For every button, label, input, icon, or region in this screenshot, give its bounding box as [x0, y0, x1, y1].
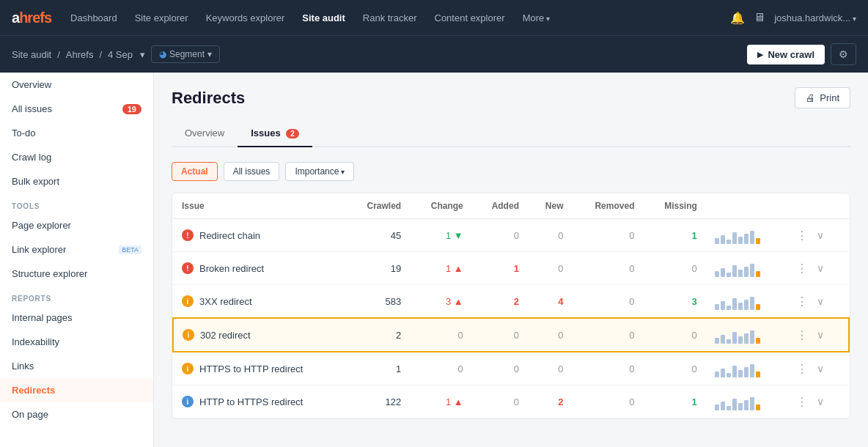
mini-bar	[756, 304, 760, 310]
top-nav: ahrefs Dashboard Site explorer Keywords …	[0, 0, 868, 35]
col-issue: Issue	[173, 193, 345, 219]
mini-bar	[715, 404, 719, 410]
logo[interactable]: ahrefs	[12, 10, 51, 26]
breadcrumb-site-audit[interactable]: Site audit	[12, 49, 51, 60]
mini-bar	[744, 300, 749, 310]
mini-chart-cell	[706, 219, 784, 252]
issue-cell: ! Broken redirect	[173, 252, 345, 285]
filter-importance[interactable]: Importance	[285, 162, 354, 181]
nav-keywords-explorer[interactable]: Keywords explorer	[199, 8, 293, 28]
breadcrumb-ahrefs[interactable]: Ahrefs	[66, 49, 94, 60]
change-value: 1 ▼	[410, 219, 472, 252]
sidebar-item-on-page[interactable]: On page	[0, 402, 153, 426]
new-value: 0	[528, 352, 573, 385]
sidebar-item-crawl-log[interactable]: Crawl log	[0, 145, 153, 169]
removed-value: 0	[572, 385, 643, 418]
issue-cell: i HTTPS to HTTP redirect	[173, 352, 345, 385]
new-value: 0	[528, 219, 573, 252]
row-expand-button[interactable]: ∨	[814, 328, 827, 342]
date-arrow[interactable]: ▾	[140, 49, 145, 60]
row-expand-button[interactable]: ∨	[814, 294, 827, 309]
filter-actual[interactable]: Actual	[172, 162, 218, 181]
change-value: 1 ▲	[410, 252, 472, 285]
mini-bar	[756, 404, 760, 410]
table-row: i HTTPS to HTTP redirect 1 0 0 0 0 0 ⋮ ∨	[173, 352, 849, 385]
row-more-button[interactable]: ⋮	[793, 361, 811, 377]
sidebar-item-redirects[interactable]: Redirects	[0, 378, 153, 402]
issue-cell: ! Redirect chain	[173, 219, 345, 252]
sidebar-item-link-explorer[interactable]: Link explorer BETA	[0, 237, 153, 262]
mini-bar	[721, 301, 725, 310]
new-crawl-button[interactable]: New crawl	[747, 45, 825, 64]
nav-more[interactable]: More	[515, 8, 557, 28]
row-expand-button[interactable]: ∨	[814, 261, 827, 276]
mini-chart-cell	[706, 385, 784, 418]
sidebar-item-overview[interactable]: Overview	[0, 73, 153, 97]
sidebar-item-bulk-export[interactable]: Bulk export	[0, 169, 153, 193]
sidebar-item-links[interactable]: Links	[0, 354, 153, 378]
sidebar-item-internal-pages[interactable]: Internal pages	[0, 306, 153, 330]
mini-bar	[715, 304, 719, 310]
nav-dashboard[interactable]: Dashboard	[63, 8, 125, 28]
warning-icon: i	[182, 295, 194, 307]
issues-tab-badge: 2	[286, 129, 299, 138]
sidebar: Overview All issues 19 To-do Crawl log B…	[0, 73, 154, 447]
monitor-icon[interactable]: 🖥	[754, 11, 765, 24]
col-crawled: Crawled	[345, 193, 410, 219]
settings-button[interactable]: ⚙	[831, 43, 856, 65]
error-icon: !	[182, 262, 194, 274]
sidebar-item-page-explorer[interactable]: Page explorer	[0, 213, 153, 237]
mini-bar	[732, 332, 737, 344]
main-content: Redirects Print Overview Issues 2 Actual…	[154, 73, 868, 447]
tab-overview[interactable]: Overview	[172, 120, 238, 147]
mini-bar	[744, 400, 749, 410]
breadcrumb-date[interactable]: 4 Sep	[108, 49, 133, 60]
row-more-button[interactable]: ⋮	[793, 327, 811, 344]
user-menu[interactable]: joshua.hardwick...	[774, 12, 856, 23]
nav-right: 🔔 🖥 joshua.hardwick...	[730, 11, 856, 25]
all-issues-badge: 19	[122, 104, 141, 114]
row-expand-button[interactable]: ∨	[814, 228, 827, 243]
nav-content-explorer[interactable]: Content explorer	[427, 8, 512, 28]
change-value: 3 ▲	[410, 285, 472, 319]
row-expand-button[interactable]: ∨	[814, 361, 827, 376]
added-value: 1	[472, 252, 528, 285]
nav-rank-tracker[interactable]: Rank tracker	[356, 8, 424, 28]
nav-site-explorer[interactable]: Site explorer	[128, 8, 196, 28]
mini-bar	[727, 406, 731, 410]
mini-chart-cell	[706, 252, 784, 285]
row-more-button[interactable]: ⋮	[793, 293, 811, 310]
col-change: Change	[410, 193, 472, 219]
crawled-value: 19	[345, 252, 410, 285]
mini-bar	[756, 372, 760, 377]
mini-bar	[750, 330, 754, 344]
print-button[interactable]: Print	[795, 87, 850, 108]
mini-bar	[732, 399, 737, 410]
sidebar-item-all-issues[interactable]: All issues 19	[0, 97, 153, 121]
table-header-row: Issue Crawled Change Added New Removed M…	[173, 193, 849, 219]
added-value: 0	[472, 219, 528, 252]
segment-button[interactable]: Segment ▾	[151, 45, 220, 63]
added-value: 0	[472, 352, 528, 385]
tab-issues[interactable]: Issues 2	[238, 120, 312, 147]
sidebar-item-indexability[interactable]: Indexability	[0, 330, 153, 354]
row-more-button[interactable]: ⋮	[793, 260, 811, 277]
nav-site-audit[interactable]: Site audit	[295, 8, 353, 28]
crawled-value: 583	[345, 285, 410, 319]
col-missing: Missing	[643, 193, 705, 219]
warning-icon: i	[183, 329, 194, 341]
issue-cell: i HTTP to HTTPS redirect	[173, 385, 345, 418]
filter-all-issues[interactable]: All issues	[224, 162, 280, 181]
row-more-button[interactable]: ⋮	[793, 227, 811, 244]
info-icon: i	[182, 396, 194, 407]
missing-value: 0	[643, 252, 705, 285]
added-value: 0	[472, 318, 528, 352]
mini-bar	[750, 397, 754, 410]
error-icon: !	[182, 229, 194, 241]
bell-icon[interactable]: 🔔	[730, 11, 745, 25]
mini-bar	[721, 268, 725, 277]
sidebar-item-structure-explorer[interactable]: Structure explorer	[0, 262, 153, 286]
row-more-button[interactable]: ⋮	[793, 394, 811, 410]
row-expand-button[interactable]: ∨	[814, 394, 827, 409]
sidebar-item-todo[interactable]: To-do	[0, 121, 153, 145]
